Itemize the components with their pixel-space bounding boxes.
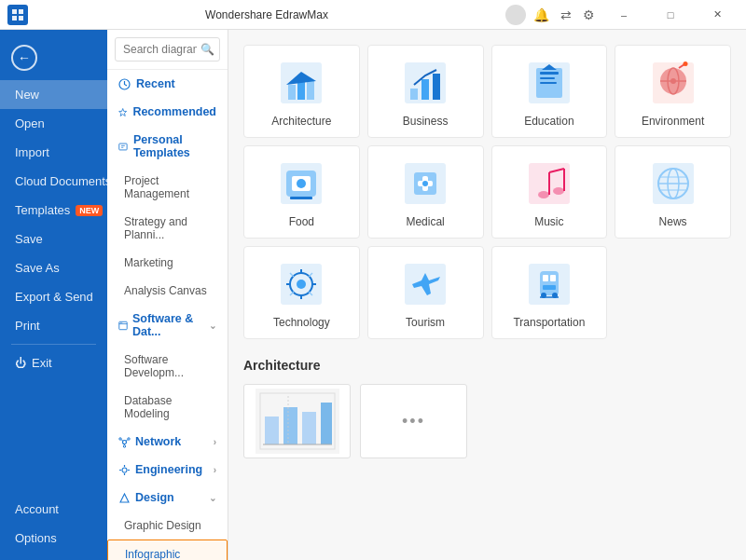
svg-point-58	[422, 181, 428, 186]
cloud-label: Cloud Documents	[15, 174, 111, 188]
back-button[interactable]: ←	[0, 39, 107, 80]
arch-thumb-svg	[256, 389, 339, 454]
nav-software-data[interactable]: Software & Dat... ⌄	[107, 305, 228, 346]
software-icon	[118, 320, 128, 332]
svg-point-20	[122, 468, 127, 472]
nav-recent[interactable]: Recent	[107, 70, 228, 98]
svg-rect-87	[543, 285, 556, 290]
nav-recommended[interactable]: Recommended	[107, 98, 228, 126]
news-card-icon	[649, 159, 698, 208]
sidebar-item-options[interactable]: Options	[0, 524, 107, 553]
category-food[interactable]: Food	[243, 145, 360, 239]
transportation-label: Transportation	[513, 316, 585, 329]
sidebar-item-cloud[interactable]: Cloud Documents	[0, 167, 107, 196]
main-content: Architecture Business	[228, 30, 746, 560]
bell-icon[interactable]: 🔔	[530, 7, 553, 22]
architecture-thumb-grid: •••	[243, 384, 731, 458]
engineering-icon	[118, 464, 131, 476]
category-grid: Architecture Business	[243, 45, 731, 339]
nav-engineering[interactable]: Engineering ›	[107, 456, 228, 484]
architecture-card-icon	[277, 59, 325, 107]
app-body: ← New Open Import Cloud Documents Templa…	[0, 30, 746, 560]
save-label: Save	[15, 232, 43, 246]
tourism-label: Tourism	[406, 316, 445, 329]
tourism-card-icon	[401, 260, 449, 308]
share-icon[interactable]: ⇄	[557, 7, 575, 22]
svg-rect-94	[283, 407, 297, 444]
minimize-button[interactable]: –	[602, 0, 645, 30]
architecture-thumb-1[interactable]	[243, 384, 351, 458]
svg-point-11	[120, 321, 121, 322]
nav-marketing[interactable]: Marketing	[107, 249, 228, 277]
nav-database-modeling[interactable]: Database Modeling	[107, 387, 228, 428]
sidebar-item-export[interactable]: Export & Send	[0, 282, 107, 311]
settings-icon[interactable]: ⚙	[579, 7, 599, 22]
svg-rect-38	[540, 72, 559, 75]
nav-software-dev[interactable]: Software Developm...	[107, 346, 228, 387]
nav-analysis-canvas[interactable]: Analysis Canvas	[107, 277, 228, 305]
design-expand-icon: ⌄	[209, 493, 216, 503]
sidebar-item-new[interactable]: New	[0, 80, 107, 109]
account-label: Account	[15, 502, 59, 516]
svg-rect-34	[421, 79, 429, 100]
svg-rect-95	[302, 412, 316, 444]
category-medical[interactable]: Medical	[367, 145, 484, 239]
nav-personal-templates[interactable]: Personal Templates	[107, 126, 228, 167]
category-music[interactable]: Music	[491, 145, 608, 239]
close-button[interactable]: ✕	[696, 0, 739, 30]
svg-rect-93	[265, 417, 279, 444]
more-dots: •••	[402, 412, 425, 431]
music-card-icon	[525, 159, 573, 208]
category-news[interactable]: News	[615, 145, 731, 239]
category-education[interactable]: Education	[491, 45, 608, 138]
nav-project-management[interactable]: Project Management	[107, 167, 228, 208]
svg-point-46	[670, 78, 676, 84]
svg-point-16	[123, 444, 125, 446]
titlebar: Wondershare EdrawMax 🔔 ⇄ ⚙ – □ ✕	[0, 0, 746, 30]
network-expand-icon: ›	[214, 437, 216, 447]
nav-graphic-design[interactable]: Graphic Design	[107, 512, 228, 540]
food-card-icon	[277, 159, 325, 208]
music-label: Music	[534, 215, 563, 228]
svg-point-60	[538, 191, 549, 198]
svg-rect-85	[543, 275, 548, 281]
category-business[interactable]: Business	[367, 45, 484, 138]
maximize-button[interactable]: □	[649, 0, 692, 30]
titlebar-controls: 🔔 ⇄ ⚙ – □ ✕	[505, 0, 739, 30]
user-avatar[interactable]	[505, 5, 526, 25]
svg-rect-1	[19, 9, 23, 14]
category-tourism[interactable]: Tourism	[367, 246, 484, 339]
nav-network[interactable]: Network ›	[107, 428, 228, 456]
news-label: News	[659, 215, 687, 228]
design-icon	[118, 492, 131, 504]
education-label: Education	[524, 115, 573, 128]
category-transportation[interactable]: Transportation	[491, 246, 608, 339]
svg-rect-39	[540, 77, 555, 79]
medical-label: Medical	[406, 215, 444, 228]
nav-strategy[interactable]: Strategy and Planni...	[107, 208, 228, 249]
sidebar-item-import[interactable]: Import	[0, 138, 107, 167]
category-technology[interactable]: Technology	[243, 246, 360, 339]
nav-infographic[interactable]: Infographic	[107, 540, 228, 560]
architecture-thumb-dots[interactable]: •••	[360, 384, 467, 458]
sidebar-item-exit[interactable]: ⏻ Exit	[0, 348, 107, 377]
svg-rect-35	[433, 74, 440, 100]
svg-rect-96	[321, 403, 332, 444]
category-environment[interactable]: Environment	[615, 45, 731, 138]
medical-card-icon	[401, 159, 449, 208]
svg-marker-5	[119, 108, 127, 116]
sidebar-item-account[interactable]: Account	[0, 495, 107, 524]
svg-point-14	[119, 437, 121, 439]
svg-point-12	[121, 321, 122, 322]
sidebar-item-saveas[interactable]: Save As	[0, 253, 107, 282]
exit-label: Exit	[32, 356, 52, 370]
sidebar-item-templates[interactable]: Templates NEW	[0, 196, 107, 225]
search-container: 🔍	[107, 30, 228, 70]
architecture-section-title: Architecture	[243, 358, 731, 373]
nav-design[interactable]: Design ⌄	[107, 484, 228, 512]
sidebar-item-open[interactable]: Open	[0, 109, 107, 138]
svg-point-52	[297, 179, 306, 188]
sidebar-item-print[interactable]: Print	[0, 311, 107, 340]
sidebar-item-save[interactable]: Save	[0, 225, 107, 253]
category-architecture[interactable]: Architecture	[243, 45, 360, 138]
